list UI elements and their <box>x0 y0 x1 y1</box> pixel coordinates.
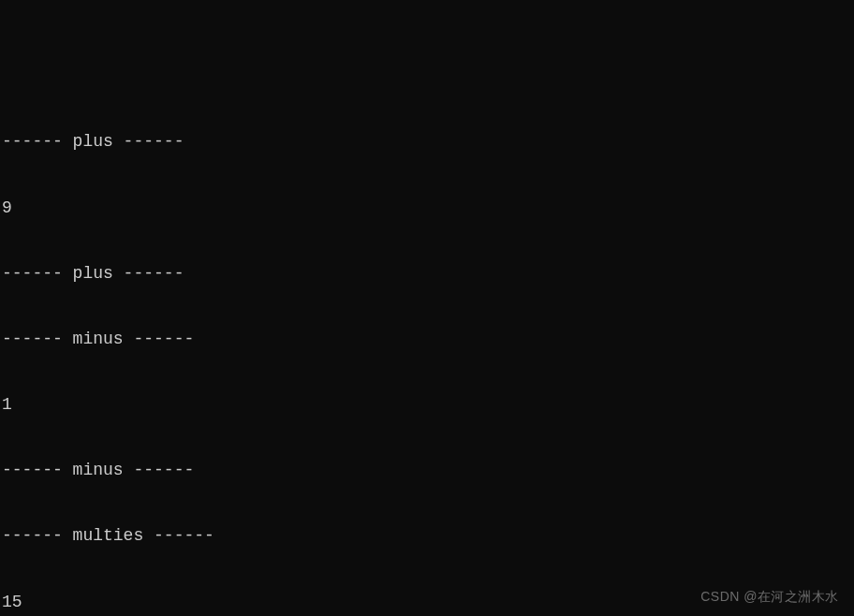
output-line: ------ minus ------ <box>2 329 852 350</box>
output-line: ------ multies ------ <box>2 525 852 547</box>
terminal-output: ------ plus ------ 9 ------ plus ------ … <box>0 88 854 616</box>
watermark-text: CSDN @在河之洲木水 <box>700 588 839 605</box>
output-line: ------ minus ------ <box>2 460 852 481</box>
output-line: ------ plus ------ <box>2 131 852 153</box>
output-line: ------ plus ------ <box>2 263 852 285</box>
output-line: 9 <box>2 198 852 219</box>
output-line: 1 <box>2 394 852 416</box>
